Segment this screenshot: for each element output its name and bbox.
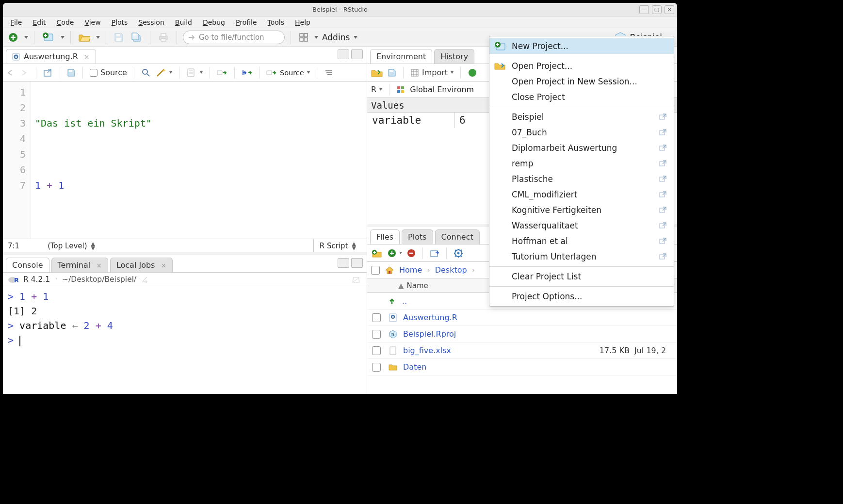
wand-icon[interactable] [156,68,172,78]
tab-environment[interactable]: Environment [370,49,432,64]
editor-maximize-pane-icon[interactable] [351,49,363,59]
new-project-caret-icon[interactable] [61,36,65,39]
open-in-new-session-icon[interactable] [659,114,668,120]
home-icon[interactable] [385,266,394,275]
menu-plots[interactable]: Plots [107,18,133,26]
menu-help[interactable]: Help [290,18,315,26]
grid-view-caret-icon[interactable] [314,36,318,39]
open-in-new-session-icon[interactable] [659,160,668,167]
editor-area[interactable]: 1234567 "Das ist ein Skript" 1 + 1 varia… [3,81,367,239]
open-in-new-session-icon[interactable] [659,176,668,182]
project-menu-recent-item[interactable]: Kognitive Fertigkeiten [489,202,674,218]
project-menu-recent-item[interactable]: remp [489,156,674,171]
save-all-icon[interactable] [130,32,144,43]
run-icon[interactable] [217,69,227,77]
files-row[interactable]: R Auswertung.R [367,309,677,326]
file-checkbox[interactable] [372,330,381,339]
tab-plots[interactable]: Plots [402,229,433,244]
source-on-save-toggle[interactable]: Source [90,68,127,77]
menu-profile[interactable]: Profile [231,18,262,26]
menu-edit[interactable]: Edit [28,18,50,26]
find-icon[interactable] [141,68,151,78]
menu-view[interactable]: View [80,18,105,26]
files-row[interactable]: Daten [367,359,677,375]
tab-local-jobs[interactable]: Local Jobs× [110,258,173,272]
console-minimize-pane-icon[interactable] [338,258,349,268]
window-close-button[interactable]: × [665,5,674,14]
clear-console-icon[interactable] [351,275,362,284]
grid-view-icon[interactable] [297,32,310,43]
notebook-icon[interactable] [186,68,195,78]
new-blank-file-icon[interactable] [388,249,402,258]
new-project-icon[interactable] [40,31,57,44]
menu-session[interactable]: Session [133,18,169,26]
source-button[interactable]: Source [266,69,310,77]
import-dataset-button[interactable]: Import [410,68,454,77]
breadcrumb-desktop[interactable]: Desktop [435,265,467,275]
close-icon[interactable]: × [96,261,102,269]
rename-icon[interactable] [430,249,439,258]
editor-code[interactable]: "Das ist ein Skript" 1 + 1 variable ← 2 … [31,81,367,239]
back-icon[interactable] [7,69,16,76]
popout-icon[interactable] [141,276,149,283]
project-menu-recent-item[interactable]: Hoffman et al [489,233,674,249]
outline-icon[interactable] [324,69,334,77]
file-checkbox[interactable] [372,363,381,372]
language-mode[interactable]: R Script ▲▼ [313,239,362,252]
open-in-new-session-icon[interactable] [659,207,668,213]
more-gear-icon[interactable] [454,248,463,258]
window-minimize-button[interactable]: – [639,5,649,14]
project-menu-recent-item[interactable]: Diplomarbeit Auswertung [489,140,674,156]
project-menu-recent-item[interactable]: CML_modifiziert [489,187,674,202]
files-row[interactable]: big_five.xlsx 17.5 KB Jul 19, 2 [367,342,677,359]
menu-file[interactable]: File [6,18,27,26]
open-in-new-session-icon[interactable] [659,145,668,151]
close-tab-icon[interactable]: × [84,53,90,61]
project-menu-recent-item[interactable]: 07_Buch [489,125,674,140]
open-file-caret-icon[interactable] [96,36,100,39]
menu-build[interactable]: Build [170,18,197,26]
file-checkbox[interactable] [372,346,381,355]
open-in-new-session-icon[interactable] [659,222,668,229]
forward-icon[interactable] [20,69,29,76]
open-in-new-session-icon[interactable] [659,191,668,198]
open-file-icon[interactable] [77,32,92,43]
project-menu-clear-list[interactable]: Clear Project List [489,269,674,284]
project-menu-new[interactable]: New Project... [489,38,674,54]
project-menu-options[interactable]: Project Options... [489,289,674,304]
rerun-icon[interactable] [242,69,252,77]
scope-selector[interactable]: (Top Level) ▲▼ [48,242,305,250]
refresh-env-icon[interactable] [468,68,477,78]
save-workspace-icon[interactable] [388,68,396,77]
editor-minimize-pane-icon[interactable] [338,49,349,59]
project-menu-recent-item[interactable]: Plastische [489,171,674,187]
tab-connections[interactable]: Connect [435,229,480,244]
tab-history[interactable]: History [434,49,474,64]
new-file-button[interactable] [6,31,20,44]
tab-console[interactable]: Console [6,258,49,272]
menu-debug[interactable]: Debug [198,18,230,26]
open-in-new-session-icon[interactable] [659,129,668,136]
project-menu-open[interactable]: Open Project... [489,58,674,74]
tab-terminal[interactable]: Terminal× [51,258,108,272]
show-in-new-window-icon[interactable] [43,68,53,77]
open-in-new-session-icon[interactable] [659,253,668,260]
save-icon[interactable] [112,32,126,43]
console-output[interactable]: > 1 + 1 [1] 2 > variable ← 2 + 4 > [3,286,367,394]
project-menu-close[interactable]: Close Project [489,89,674,105]
editor-tab-auswertung[interactable]: R Auswertung.R × [6,49,96,64]
delete-file-icon[interactable] [407,249,416,258]
close-icon[interactable]: × [161,261,166,269]
menu-tools[interactable]: Tools [263,18,290,26]
menu-code[interactable]: Code [52,18,79,26]
files-row[interactable]: R Beispiel.Rproj [367,326,677,342]
project-menu-open-new-session[interactable]: Open Project in New Session... [489,74,674,89]
goto-file-input[interactable]: Go to file/function [183,31,285,44]
open-in-new-session-icon[interactable] [659,238,668,244]
print-icon[interactable] [156,32,171,43]
load-workspace-icon[interactable] [371,68,383,78]
new-folder-icon[interactable] [371,248,383,258]
save-icon[interactable] [67,68,76,77]
select-all-checkbox[interactable] [371,266,380,275]
window-maximize-button[interactable]: ▢ [652,5,662,14]
